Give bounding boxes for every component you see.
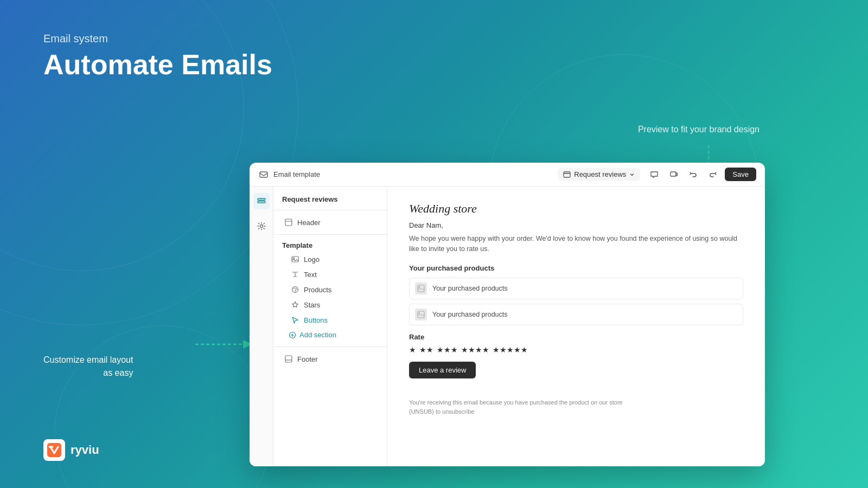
- toolbar-left: Email template: [258, 169, 551, 180]
- save-button[interactable]: Save: [725, 168, 756, 181]
- svg-rect-0: [47, 443, 61, 457]
- brand-logo: ryviu: [43, 439, 99, 461]
- svg-rect-12: [285, 219, 292, 226]
- sidebar-item-buttons[interactable]: Buttons: [276, 312, 385, 328]
- hero-subtitle: Email system: [43, 33, 272, 45]
- logo-text: ryviu: [71, 443, 99, 457]
- leave-review-button[interactable]: Leave a review: [409, 362, 476, 378]
- svg-rect-18: [285, 356, 292, 362]
- toolbar-right: Save: [647, 167, 756, 182]
- preview-label: Preview to fit your brand design: [638, 125, 760, 134]
- sidebar-item-text[interactable]: Text: [276, 267, 385, 282]
- template-label: Template: [273, 239, 387, 252]
- svg-point-22: [419, 312, 420, 313]
- tab-icon: [563, 171, 571, 178]
- active-tab[interactable]: Request reviews: [558, 168, 640, 181]
- customize-label: Customize email layoutas easy: [43, 354, 133, 380]
- toolbar-title: Email template: [273, 170, 320, 178]
- comment-button[interactable]: [647, 167, 662, 182]
- app-window: Email template Request reviews: [250, 163, 765, 466]
- product-row-2: Your purchased products: [409, 304, 743, 325]
- sidebar-item-products[interactable]: Products: [276, 282, 385, 297]
- star-icon: [291, 300, 299, 309]
- star-group-3: ★★★: [437, 345, 458, 354]
- svg-rect-21: [418, 311, 424, 318]
- svg-point-16: [295, 291, 296, 292]
- undo-button[interactable]: [686, 167, 701, 182]
- footer-icon: [284, 355, 293, 363]
- sidebar-item-stars[interactable]: Stars: [276, 297, 385, 312]
- products-title: Your purchased products: [409, 264, 743, 272]
- logo-sidebar-icon: [291, 255, 299, 264]
- store-name: Wedding store: [409, 202, 743, 216]
- settings-icon-button[interactable]: [253, 218, 270, 234]
- star-group-1: ★: [409, 345, 416, 354]
- svg-rect-7: [671, 172, 676, 176]
- svg-rect-8: [676, 173, 678, 176]
- sidebar-item-header[interactable]: Header: [276, 215, 385, 230]
- layers-icon-button[interactable]: [253, 193, 270, 209]
- svg-rect-9: [258, 198, 265, 200]
- sidebar-top-section: Request reviews: [273, 193, 387, 206]
- email-body: We hope you were happy with your order. …: [409, 234, 743, 254]
- plus-icon: [289, 331, 296, 339]
- header-icon: [284, 218, 293, 227]
- text-icon: [291, 270, 299, 279]
- logo-icon: [43, 439, 65, 461]
- chevron-down-icon: [629, 172, 635, 177]
- sidebar-item-footer[interactable]: Footer: [276, 351, 385, 367]
- toolbar: Email template Request reviews: [250, 163, 765, 187]
- sidebar-icons: [250, 187, 273, 466]
- product-label-2: Your purchased products: [432, 311, 508, 318]
- device-toggle-button[interactable]: [666, 167, 681, 182]
- product-image-icon-2: [415, 309, 427, 320]
- star-group-5: ★★★★★: [493, 345, 528, 354]
- svg-rect-10: [258, 201, 265, 203]
- sidebar-panel: Request reviews Header Template: [273, 187, 387, 466]
- product-label-1: Your purchased products: [432, 285, 508, 292]
- svg-point-14: [293, 258, 295, 259]
- redo-button[interactable]: [705, 167, 720, 182]
- svg-rect-19: [418, 285, 424, 292]
- hero-header: Email system Automate Emails: [43, 33, 272, 80]
- products-icon: [291, 285, 299, 294]
- content-area: Request reviews Header Template: [250, 187, 765, 466]
- svg-point-20: [419, 286, 420, 287]
- rate-title: Rate: [409, 333, 743, 341]
- hero-title: Automate Emails: [43, 49, 272, 80]
- add-section-button[interactable]: Add section: [273, 328, 387, 342]
- star-group-2: ★★: [419, 345, 433, 354]
- svg-point-11: [260, 225, 263, 228]
- cursor-icon: [291, 316, 299, 324]
- email-greeting: Dear Nam,: [409, 221, 743, 229]
- rate-section: Rate ★ ★★ ★★★ ★★★★ ★★★★★ Leave a review: [409, 333, 743, 389]
- product-image-icon-1: [415, 282, 427, 294]
- email-preview: Wedding store Dear Nam, We hope you were…: [387, 187, 765, 466]
- stars-row: ★ ★★ ★★★ ★★★★ ★★★★★: [409, 345, 743, 354]
- email-icon: [258, 169, 269, 180]
- star-group-4: ★★★★: [461, 345, 489, 354]
- svg-rect-5: [260, 172, 267, 177]
- svg-rect-6: [564, 172, 570, 177]
- sidebar-item-logo[interactable]: Logo: [276, 252, 385, 267]
- email-footer: You're receiving this email because you …: [409, 398, 743, 417]
- product-row-1: Your purchased products: [409, 278, 743, 299]
- toolbar-center: Request reviews: [558, 168, 640, 181]
